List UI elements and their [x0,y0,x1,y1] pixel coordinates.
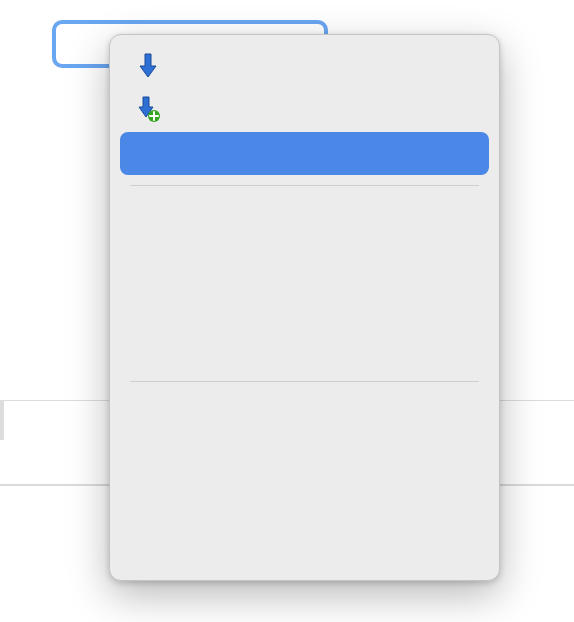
menu-view-edit[interactable] [120,132,489,175]
menu-refresh[interactable] [120,328,489,371]
menu-separator [130,185,479,186]
menu-download[interactable] [120,44,489,87]
menu-add-to-queue[interactable] [120,88,489,131]
file-manager-panel [0,0,574,622]
context-menu [109,34,500,581]
menu-delete[interactable] [120,392,489,435]
menu-copy-url[interactable] [120,480,489,523]
menu-create-file[interactable] [120,284,489,327]
menu-create-directory[interactable] [120,196,489,239]
menu-rename[interactable] [120,436,489,479]
menu-separator [130,381,479,382]
menu-create-directory-enter[interactable] [120,240,489,283]
menu-file-permissions[interactable] [120,524,489,567]
queue-icon [132,96,164,124]
download-icon [132,52,164,80]
